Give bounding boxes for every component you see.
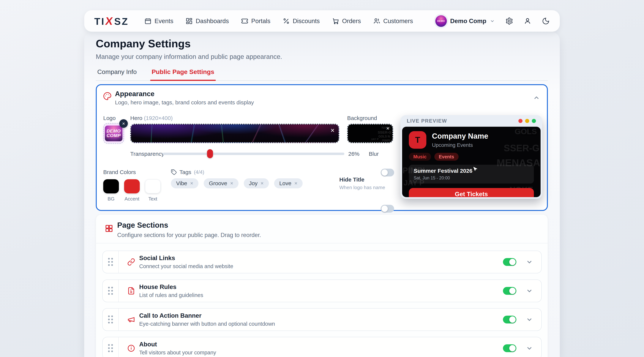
tags-list: Vibe× Groove× Joy× Love× — [171, 178, 302, 188]
section-toggle[interactable] — [503, 344, 516, 352]
nav-item-label: Orders — [342, 18, 361, 24]
preview-tags: Music Events — [409, 153, 534, 160]
chevron-down-icon[interactable] — [526, 344, 533, 352]
transparency-slider[interactable] — [163, 152, 344, 155]
nav-item-portals[interactable]: Portals — [241, 18, 270, 24]
transparency-value: 26% — [348, 151, 360, 157]
tags-header: Tags (4/4) — [171, 169, 204, 175]
tab-company-info[interactable]: Company Info — [96, 65, 138, 80]
main-panel: Company Settings Manage your company inf… — [84, 32, 560, 357]
section-toggle[interactable] — [503, 287, 516, 295]
company-logo-image: DEMO COMP — [105, 126, 122, 141]
bg-color-swatch[interactable] — [103, 179, 119, 194]
section-subtitle: Eye-catching banner with button and opti… — [139, 321, 275, 327]
palette-icon — [103, 92, 112, 100]
drag-handle[interactable] — [103, 308, 119, 330]
section-row-about: About Tell visitors about your company — [102, 337, 542, 357]
nav-item-label: Discounts — [293, 18, 320, 24]
chevron-down-icon[interactable] — [526, 258, 533, 266]
info-icon — [127, 344, 135, 352]
collapse-chevron-up-icon[interactable] — [533, 94, 540, 102]
brand-suffix: SZ — [114, 16, 129, 27]
document-icon — [127, 287, 135, 295]
drag-handle[interactable] — [103, 337, 119, 357]
link-icon — [127, 258, 135, 266]
tag-label: Love — [279, 180, 292, 186]
brand-logo[interactable]: TIXSZ — [94, 15, 129, 27]
page-subtitle: Manage your company information and publ… — [96, 53, 282, 60]
logo-label: Logo — [103, 115, 116, 121]
drag-handle[interactable] — [103, 280, 119, 302]
section-title: Call to Action Banner — [139, 312, 275, 319]
chevron-down-icon — [490, 18, 495, 24]
page-sections-card: Page Sections Configure sections for you… — [96, 214, 548, 357]
tags-label: Tags — [180, 169, 191, 175]
traffic-yellow-dot — [525, 119, 529, 123]
section-toggle[interactable] — [503, 258, 516, 266]
dark-mode-moon-icon[interactable] — [542, 17, 550, 25]
text-color-swatch[interactable] — [145, 179, 161, 194]
nav-item-label: Portals — [251, 18, 270, 24]
user-icon[interactable] — [524, 17, 532, 25]
company-avatar: DEMO — [435, 15, 447, 27]
remove-tag-icon[interactable]: × — [260, 180, 264, 186]
nav-item-label: Events — [154, 18, 173, 24]
tag-icon — [171, 169, 177, 175]
swatch-bg-group: BG — [103, 179, 119, 202]
background-ghost-word: PIMPI — [382, 139, 390, 142]
remove-tag-icon[interactable]: × — [294, 180, 298, 186]
nav-item-orders[interactable]: Orders — [332, 18, 361, 24]
remove-tag-icon[interactable]: × — [230, 180, 233, 186]
logo-badge-line1: DEMO — [106, 129, 121, 134]
section-title: House Rules — [139, 284, 203, 290]
nav-item-discounts[interactable]: Discounts — [283, 18, 320, 24]
nav-menu: Events Dashboards Portals Discounts Orde… — [144, 18, 413, 24]
screen: TIXSZ Events Dashboards Portals Discount… — [0, 0, 644, 357]
background-label: Background — [347, 115, 377, 121]
chevron-down-icon[interactable] — [526, 316, 533, 323]
accent-color-swatch[interactable] — [124, 179, 140, 194]
users-icon — [373, 18, 380, 24]
nav-item-customers[interactable]: Customers — [373, 18, 413, 24]
preview-event-card[interactable]: Summer Festival 2026 Sat, Jun 15 - 20:00 — [409, 165, 534, 184]
page-sections-subtitle: Configure sections for your public page.… — [117, 232, 261, 238]
settings-gear-icon[interactable] — [505, 17, 513, 25]
section-row-social-links: Social Links Connect your social media a… — [102, 250, 542, 273]
drag-handle[interactable] — [103, 251, 119, 273]
swatch-label: BG — [103, 196, 119, 202]
tab-public-page-settings[interactable]: Public Page Settings — [150, 65, 216, 80]
nav-item-events[interactable]: Events — [144, 18, 173, 24]
chevron-down-icon[interactable] — [526, 287, 533, 294]
get-tickets-button[interactable]: Get Tickets — [409, 188, 534, 197]
settings-tabs: Company Info Public Page Settings — [96, 65, 548, 81]
transparency-slider-thumb[interactable] — [207, 149, 213, 158]
background-ghost-word: GOLS N — [378, 135, 390, 138]
cart-icon — [332, 18, 339, 24]
section-row-cta-banner: Call to Action Banner Eye-catching banne… — [102, 308, 542, 331]
blur-toggle[interactable] — [381, 168, 394, 176]
nav-item-label: Customers — [383, 18, 413, 24]
hero-image-box[interactable]: × — [130, 124, 339, 143]
remove-hero-button[interactable]: × — [330, 127, 334, 134]
hide-title-group: Hide Title When logo has name — [339, 176, 385, 190]
page-sections-title: Page Sections — [117, 221, 168, 229]
background-image-box[interactable]: NASA SSER-G GOLS N JAY P PIMPI × — [347, 124, 393, 143]
live-preview-label: LIVE PREVIEW — [407, 118, 447, 124]
toggle-knob — [509, 316, 516, 323]
mouse-cursor — [472, 166, 479, 174]
remove-background-button[interactable]: × — [386, 126, 390, 131]
avatar-initial: T — [415, 135, 420, 144]
brand-colors-label: Brand Colors — [103, 169, 136, 175]
section-toggle[interactable] — [503, 316, 516, 324]
remove-logo-button[interactable]: × — [119, 119, 128, 128]
nav-item-dashboards[interactable]: Dashboards — [186, 18, 229, 24]
account-name: Demo Comp — [450, 18, 486, 24]
hero-label: Hero (1920×400) — [130, 115, 173, 121]
account-switcher[interactable]: DEMO Demo Comp — [435, 15, 495, 27]
drag-dots-icon — [108, 344, 113, 352]
appearance-subtitle: Logo, hero image, tags, brand colors and… — [115, 99, 254, 106]
remove-tag-icon[interactable]: × — [190, 180, 193, 186]
hide-title-toggle[interactable] — [381, 205, 394, 212]
page-title: Company Settings — [96, 37, 191, 50]
toggle-knob — [509, 288, 516, 294]
